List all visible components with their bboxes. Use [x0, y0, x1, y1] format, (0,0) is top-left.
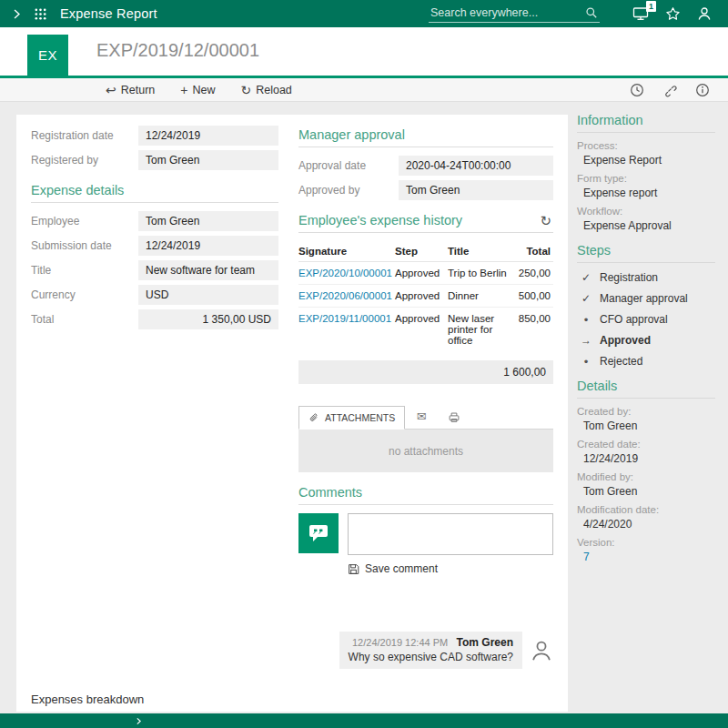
expenses-breakdown-heading: Expenses breakdown	[31, 693, 553, 706]
table-row: EXP/2020/10/00001 Approved Trip to Berli…	[298, 262, 553, 285]
tab-print-icon[interactable]	[438, 406, 470, 429]
column-header: Title	[448, 241, 511, 262]
table-row: EXP/2019/11/00001 Approved New laser pri…	[298, 308, 553, 352]
step-rejected: • Rejected	[581, 355, 715, 368]
comment-input[interactable]	[348, 513, 553, 555]
global-search[interactable]	[429, 5, 600, 23]
user-profile-icon[interactable]	[697, 6, 712, 21]
field-value: 1 350,00 USD	[138, 309, 278, 329]
sidebar-label: Form type:	[577, 173, 715, 184]
field-value: 12/24/2019	[138, 236, 278, 256]
field-label: Registered by	[31, 150, 138, 170]
column-header: Step	[395, 241, 448, 262]
add-comment-icon[interactable]	[298, 513, 339, 553]
return-button[interactable]: ↩ Return	[106, 84, 155, 96]
sidebar-label: Version:	[577, 537, 715, 548]
comment-bubble: 12/24/2019 12:44 PM Tom Green Why so exp…	[339, 632, 522, 669]
new-button[interactable]: + New	[180, 84, 215, 96]
top-bar: Expense Report 1	[0, 0, 728, 27]
sidebar-label: Created date:	[577, 439, 715, 450]
column-header: Total	[511, 241, 553, 262]
step-label: Rejected	[600, 355, 642, 368]
total-cell: 500,00	[511, 285, 553, 308]
column-header: Signature	[298, 241, 395, 262]
field-value: 12/24/2019	[138, 126, 278, 146]
field-approved-by: Approved by Tom Green	[298, 180, 553, 200]
info-icon[interactable]	[695, 83, 710, 97]
sidebar-label: Modification date:	[577, 504, 715, 515]
sidebar-value: 12/24/2019	[577, 452, 715, 465]
form-card: Registration date 12/24/2019 Registered …	[16, 115, 568, 712]
signature-link[interactable]: EXP/2020/06/00001	[298, 290, 392, 301]
favorites-star-icon[interactable]	[665, 6, 681, 22]
field-total: Total 1 350,00 USD	[31, 309, 278, 329]
comment-author: Tom Green	[457, 636, 513, 649]
sidebar-value: Expense Approval	[577, 219, 715, 232]
signature-link[interactable]: EXP/2020/10/00001	[298, 268, 392, 278]
title-cell: New laser printer for office	[448, 308, 511, 352]
step-cell: Approved	[395, 285, 448, 308]
search-input[interactable]	[430, 6, 585, 19]
steps-heading: Steps	[577, 243, 715, 263]
tab-attachments-label: ATTACHMENTS	[325, 412, 395, 423]
copy-link-icon[interactable]	[662, 83, 677, 97]
arrow-icon: →	[581, 335, 592, 346]
expense-history-heading: Employee's expense history ↻	[298, 213, 553, 233]
check-icon: ✓	[581, 272, 592, 283]
field-label: Title	[31, 260, 138, 280]
app-grid-icon[interactable]	[34, 7, 47, 21]
sidebar-label: Process:	[577, 140, 715, 151]
save-comment-button[interactable]: Save comment	[348, 562, 553, 575]
designer-notifications-button[interactable]: 1	[632, 6, 649, 21]
sidebar-value: 4/24/2020	[577, 518, 715, 531]
step-cell: Approved	[395, 308, 448, 352]
comment-avatar-icon	[530, 639, 553, 662]
step-cfo-approval: • CFO approval	[581, 313, 715, 326]
plus-icon: +	[180, 84, 187, 96]
sidebar-label: Workflow:	[577, 206, 715, 217]
field-registered-by: Registered by Tom Green	[31, 150, 278, 170]
manager-approval-heading: Manager approval	[298, 127, 553, 147]
bullet-icon: •	[581, 356, 592, 368]
app-title: Expense Report	[60, 6, 157, 21]
field-value: 2020-04-24T00:00:00	[399, 156, 553, 176]
sidebar-value: Expense report	[577, 187, 715, 199]
field-submission-date: Submission date 12/24/2019	[31, 236, 278, 256]
comments-heading: Comments	[298, 485, 553, 505]
history-clock-icon[interactable]	[630, 83, 644, 97]
field-employee: Employee Tom Green	[31, 211, 278, 231]
search-icon[interactable]	[585, 6, 598, 19]
expense-history-table: Signature Step Title Total EXP/2020/10/0…	[298, 241, 553, 351]
attachments-empty-state: no attachments	[298, 429, 553, 472]
return-label: Return	[121, 84, 156, 96]
step-label: CFO approval	[600, 313, 668, 326]
field-value: New software for team	[138, 260, 278, 280]
document-type-badge: EX	[27, 35, 68, 76]
total-cell: 250,00	[511, 262, 553, 285]
document-title: EXP/2019/12/00001	[96, 40, 259, 61]
field-value: USD	[138, 285, 278, 305]
expand-sidebar-icon[interactable]	[11, 8, 23, 20]
version-link[interactable]: 7	[577, 551, 715, 563]
sidebar-value: Tom Green	[577, 485, 715, 498]
reload-icon: ↻	[240, 84, 251, 96]
field-label: Approval date	[298, 156, 399, 176]
field-value: Tom Green	[399, 180, 553, 200]
field-title: Title New software for team	[31, 260, 278, 280]
signature-link[interactable]: EXP/2019/11/00001	[298, 313, 391, 324]
comment-text: Why so expensive CAD software?	[349, 651, 513, 663]
step-label: Approved	[600, 334, 651, 347]
sidebar-value: Tom Green	[577, 420, 715, 432]
expense-history-title: Employee's expense history	[298, 213, 462, 228]
tab-attachments[interactable]: ATTACHMENTS	[298, 406, 405, 430]
reload-button[interactable]: ↻ Reload	[240, 84, 291, 96]
refresh-icon[interactable]: ↻	[540, 214, 553, 228]
comment-entry: 12/24/2019 12:44 PM Tom Green Why so exp…	[298, 632, 553, 669]
table-row: EXP/2020/06/00001 Approved Dinner 500,00	[298, 285, 553, 308]
save-comment-label: Save comment	[365, 562, 438, 575]
notification-count-badge: 1	[646, 1, 656, 12]
info-sidebar: Information Process: Expense Report Form…	[568, 102, 728, 713]
tab-email-icon[interactable]: ✉	[405, 404, 438, 429]
expand-bottom-icon[interactable]	[135, 717, 143, 725]
field-currency: Currency USD	[31, 285, 278, 305]
